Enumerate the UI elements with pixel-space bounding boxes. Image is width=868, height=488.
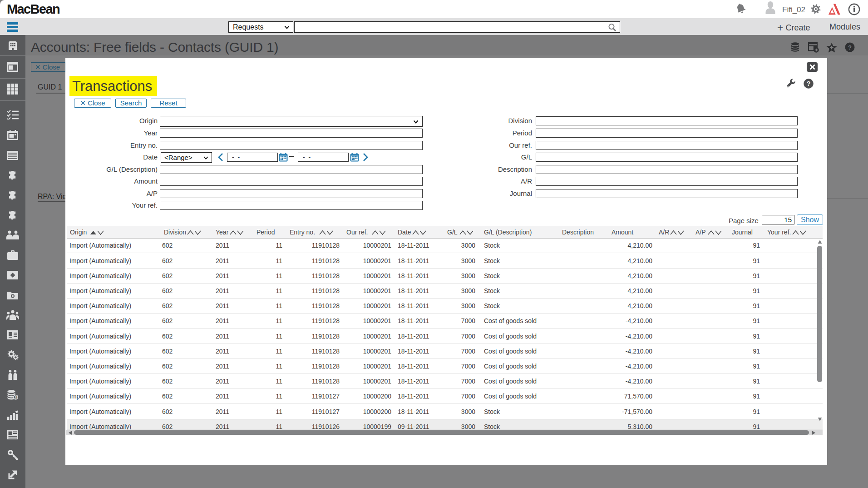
svg-text:?: ? bbox=[807, 80, 811, 87]
svg-text:$: $ bbox=[15, 395, 17, 399]
svg-text:?: ? bbox=[848, 44, 852, 51]
